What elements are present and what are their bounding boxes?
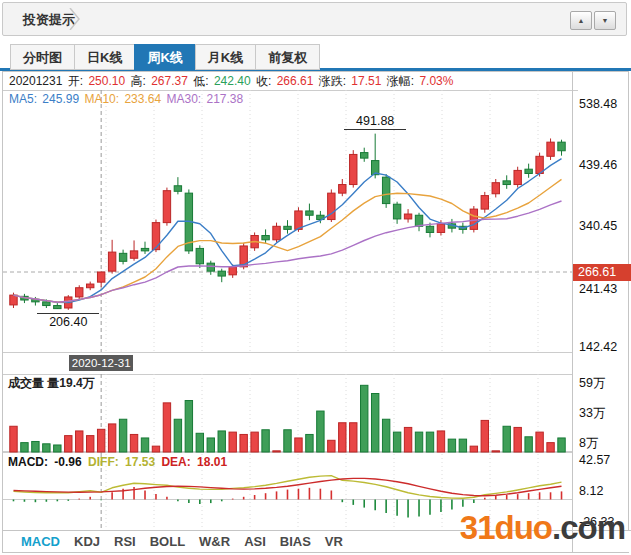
indicator-tab-wr[interactable]: W&R bbox=[199, 534, 230, 549]
open-value: 250.10 bbox=[88, 74, 125, 88]
candle-down bbox=[393, 204, 400, 219]
scroll-down-button[interactable]: ▼ bbox=[594, 11, 616, 30]
volume-bar bbox=[514, 427, 521, 452]
volume-bar bbox=[415, 432, 422, 452]
macd-value: -0.96 bbox=[54, 455, 81, 469]
volume-bar bbox=[295, 438, 302, 452]
volume-bar bbox=[350, 423, 357, 452]
candle-down bbox=[284, 226, 291, 229]
breadcrumb-chevron-icon bbox=[69, 8, 81, 30]
candle-up bbox=[470, 209, 477, 229]
candle-down bbox=[174, 186, 181, 192]
ohlc-date: 20201231 bbox=[9, 74, 62, 88]
price-axis-label: 439.46 bbox=[579, 158, 617, 172]
watermark-suffix: .com bbox=[552, 509, 625, 546]
volume-bar bbox=[262, 430, 269, 452]
scroll-up-button[interactable]: ▲ bbox=[570, 11, 592, 30]
indicator-tab-boll[interactable]: BOLL bbox=[150, 534, 185, 549]
volume-bar bbox=[76, 431, 83, 452]
candle-down bbox=[196, 248, 203, 263]
pct-value: 7.03% bbox=[419, 74, 453, 88]
indicator-tab-kdj[interactable]: KDJ bbox=[74, 534, 100, 549]
chart-frame: 20201231 开: 250.10 高: 267.37 低: 242.40 收… bbox=[2, 71, 629, 553]
volume-bar bbox=[437, 431, 444, 452]
tab-monthly-k[interactable]: 月K线 bbox=[195, 44, 255, 70]
close-value: 266.61 bbox=[277, 74, 314, 88]
current-price-badge: 266.61 bbox=[573, 264, 631, 281]
volume-bar bbox=[32, 441, 39, 452]
candle-up bbox=[339, 185, 346, 194]
candle-up bbox=[108, 252, 115, 271]
macd-axis-label: 42.57 bbox=[579, 453, 610, 467]
ma30-label: MA30: bbox=[166, 92, 201, 106]
selected-date-badge: 2020-12-31 bbox=[69, 355, 133, 371]
ma5-label: MA5: bbox=[9, 92, 37, 106]
volume-bar bbox=[404, 427, 411, 452]
volume-bar bbox=[361, 385, 368, 452]
tab-adjusted[interactable]: 前复权 bbox=[255, 44, 320, 70]
volume-bar bbox=[558, 438, 565, 452]
ma5-value: 245.99 bbox=[42, 92, 79, 106]
topbar: 投资提示 ▲ ▼ bbox=[2, 2, 627, 36]
tab-weekly-k[interactable]: 周K线 bbox=[134, 44, 194, 70]
candle-up bbox=[163, 191, 170, 223]
high-value: 267.37 bbox=[151, 74, 188, 88]
indicator-tab-macd[interactable]: MACD bbox=[21, 534, 60, 549]
watermark: 31duo.com bbox=[460, 509, 625, 547]
candle-up bbox=[481, 196, 488, 210]
volume-bar bbox=[152, 446, 159, 452]
volume-bar bbox=[43, 444, 50, 452]
low-value: 242.40 bbox=[214, 74, 251, 88]
volume-bar bbox=[174, 419, 181, 452]
volume-bar bbox=[306, 434, 313, 452]
candle-down bbox=[361, 153, 368, 159]
pct-label: 涨幅: bbox=[387, 74, 414, 88]
candle-up bbox=[437, 224, 444, 233]
volume-bar bbox=[371, 394, 378, 453]
volume-bar bbox=[448, 439, 455, 452]
topbar-title: 投资提示 bbox=[23, 11, 75, 29]
candle-up bbox=[87, 284, 94, 288]
ma30-value: 217.38 bbox=[207, 92, 244, 106]
candle-down bbox=[503, 181, 510, 185]
volume-bar bbox=[97, 429, 104, 452]
ohlc-row: 20201231 开: 250.10 高: 267.37 低: 242.40 收… bbox=[3, 72, 578, 91]
candle-up bbox=[492, 183, 499, 194]
dea-label: DEA: bbox=[161, 455, 190, 469]
volume-bar bbox=[87, 436, 94, 452]
volume-axis-label: 8万 bbox=[579, 435, 598, 452]
volume-bar bbox=[119, 419, 126, 452]
tab-daily-k[interactable]: 日K线 bbox=[74, 44, 134, 70]
volume-bar bbox=[525, 437, 532, 452]
candle-up bbox=[514, 170, 521, 184]
volume-bar bbox=[547, 443, 554, 452]
dea-value: 18.01 bbox=[197, 455, 227, 469]
ma10-line bbox=[14, 179, 562, 302]
volume-bar bbox=[65, 436, 72, 452]
candle-down bbox=[558, 142, 565, 151]
volume-bar bbox=[185, 401, 192, 452]
indicator-tab-bias[interactable]: BIAS bbox=[280, 534, 311, 549]
tab-time-chart[interactable]: 分时图 bbox=[10, 44, 74, 70]
ma30-line bbox=[14, 201, 562, 302]
indicator-tab-rsi[interactable]: RSI bbox=[114, 534, 136, 549]
price-axis-label: 538.48 bbox=[579, 97, 617, 111]
stock-chart-page: 投资提示 ▲ ▼ 分时图 日K线 周K线 月K线 前复权 20201231 开:… bbox=[0, 0, 631, 555]
indicator-tab-vr[interactable]: VR bbox=[325, 534, 343, 549]
volume-bar bbox=[163, 403, 170, 452]
indicator-tab-asi[interactable]: ASI bbox=[244, 534, 266, 549]
period-tab-bar: 分时图 日K线 周K线 月K线 前复权 bbox=[10, 44, 320, 70]
volume-bar bbox=[503, 426, 510, 452]
volume-bar bbox=[229, 432, 236, 452]
high-label: 高: bbox=[130, 74, 145, 88]
volume-bar bbox=[328, 440, 335, 452]
volume-bar bbox=[130, 434, 137, 452]
candle-down bbox=[43, 302, 50, 306]
price-axis-label: 142.42 bbox=[579, 340, 617, 354]
volume-bar bbox=[21, 443, 28, 452]
volume-bar bbox=[426, 432, 433, 452]
volume-bar bbox=[218, 431, 225, 452]
candle-up bbox=[229, 267, 236, 275]
close-label: 收: bbox=[256, 74, 271, 88]
diff-value: 17.53 bbox=[125, 455, 155, 469]
